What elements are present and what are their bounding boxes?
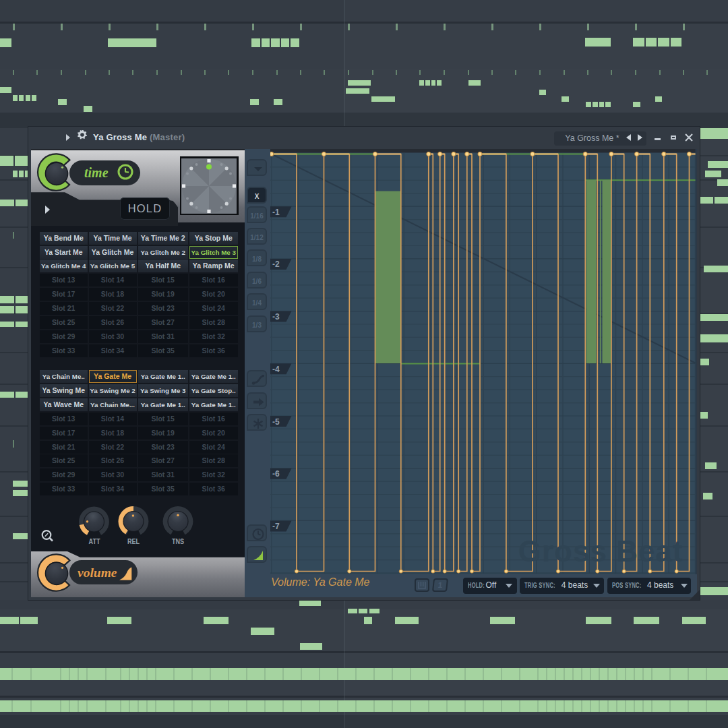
svg-text:-7: -7 xyxy=(272,522,280,531)
svg-text:-2: -2 xyxy=(272,260,280,269)
svg-text:-5: -5 xyxy=(272,417,280,427)
svg-text:Gross Beat: Gross Beat xyxy=(518,535,683,568)
svg-text:-3: -3 xyxy=(272,312,280,322)
svg-text:-4: -4 xyxy=(272,365,280,374)
svg-text:-1: -1 xyxy=(272,208,280,217)
svg-text:-6: -6 xyxy=(272,469,280,479)
